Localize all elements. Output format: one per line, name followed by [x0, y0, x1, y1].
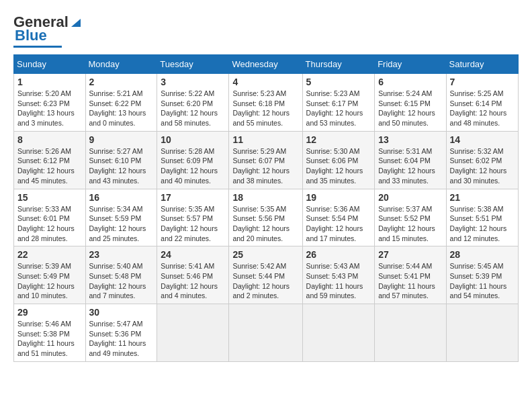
- daylight-text: Daylight: 12 hours and 53 minutes.: [306, 109, 363, 127]
- calendar-cell: 26 Sunrise: 5:43 AM Sunset: 5:43 PM Dayl…: [302, 246, 375, 304]
- sunrise-text: Sunrise: 5:41 AM: [161, 262, 214, 270]
- day-info: Sunrise: 5:35 AM Sunset: 5:57 PM Dayligh…: [161, 204, 225, 244]
- sunrise-text: Sunrise: 5:44 AM: [378, 262, 432, 270]
- sunset-text: Sunset: 5:39 PM: [450, 272, 502, 280]
- calendar-cell: 1 Sunrise: 5:20 AM Sunset: 6:23 PM Dayli…: [14, 74, 86, 132]
- day-info: Sunrise: 5:24 AM Sunset: 6:15 PM Dayligh…: [378, 89, 442, 128]
- daylight-text: Daylight: 12 hours and 17 minutes.: [306, 224, 363, 242]
- daylight-text: Daylight: 12 hours and 45 minutes.: [17, 167, 75, 185]
- day-info: Sunrise: 5:37 AM Sunset: 5:52 PM Dayligh…: [378, 204, 442, 244]
- daylight-text: Daylight: 12 hours and 43 minutes.: [89, 167, 146, 185]
- day-number: 19: [306, 192, 371, 203]
- calendar-cell: 20 Sunrise: 5:37 AM Sunset: 5:52 PM Dayl…: [375, 189, 446, 246]
- sunrise-text: Sunrise: 5:29 AM: [232, 147, 286, 155]
- sunset-text: Sunset: 5:44 PM: [232, 272, 285, 280]
- daylight-text: Daylight: 12 hours and 4 minutes.: [161, 282, 218, 300]
- sunset-text: Sunset: 6:10 PM: [89, 156, 142, 165]
- daylight-text: Daylight: 11 hours and 57 minutes.: [378, 282, 435, 300]
- logo-arrow-icon: [69, 15, 83, 30]
- day-info: Sunrise: 5:25 AM Sunset: 6:14 PM Dayligh…: [450, 89, 515, 128]
- day-number: 16: [89, 192, 154, 203]
- day-number: 10: [161, 134, 225, 145]
- calendar-cell: 7 Sunrise: 5:25 AM Sunset: 6:14 PM Dayli…: [446, 74, 518, 132]
- calendar-cell: 19 Sunrise: 5:36 AM Sunset: 5:54 PM Dayl…: [302, 189, 375, 246]
- day-number: 22: [17, 249, 82, 260]
- day-number: 12: [306, 134, 371, 145]
- calendar-cell: 22 Sunrise: 5:39 AM Sunset: 5:49 PM Dayl…: [14, 246, 86, 304]
- daylight-text: Daylight: 12 hours and 55 minutes.: [232, 109, 290, 127]
- calendar-cell: 9 Sunrise: 5:27 AM Sunset: 6:10 PM Dayli…: [85, 131, 157, 189]
- day-number: 11: [232, 134, 298, 145]
- sunset-text: Sunset: 6:12 PM: [17, 156, 70, 165]
- daylight-text: Daylight: 13 hours and 0 minutes.: [89, 109, 146, 127]
- sunset-text: Sunset: 5:46 PM: [161, 272, 213, 280]
- sunrise-text: Sunrise: 5:42 AM: [232, 262, 286, 270]
- sunrise-text: Sunrise: 5:34 AM: [89, 205, 143, 213]
- day-number: 5: [306, 77, 371, 87]
- sunset-text: Sunset: 6:22 PM: [89, 99, 142, 107]
- sunset-text: Sunset: 6:17 PM: [306, 99, 359, 107]
- day-info: Sunrise: 5:28 AM Sunset: 6:09 PM Dayligh…: [161, 146, 225, 186]
- calendar-cell: 8 Sunrise: 5:26 AM Sunset: 6:12 PM Dayli…: [14, 131, 86, 189]
- sunrise-text: Sunrise: 5:35 AM: [232, 205, 286, 213]
- sunrise-text: Sunrise: 5:46 AM: [17, 320, 71, 328]
- column-header-wednesday: Wednesday: [229, 55, 302, 74]
- calendar-cell: [302, 304, 375, 362]
- daylight-text: Daylight: 11 hours and 51 minutes.: [17, 339, 75, 357]
- calendar-cell: 15 Sunrise: 5:33 AM Sunset: 6:01 PM Dayl…: [14, 189, 86, 246]
- sunset-text: Sunset: 6:15 PM: [378, 99, 431, 107]
- sunrise-text: Sunrise: 5:40 AM: [89, 262, 143, 270]
- day-info: Sunrise: 5:40 AM Sunset: 5:48 PM Dayligh…: [89, 261, 154, 301]
- daylight-text: Daylight: 12 hours and 28 minutes.: [17, 224, 75, 242]
- daylight-text: Daylight: 12 hours and 22 minutes.: [161, 224, 218, 242]
- sunset-text: Sunset: 5:51 PM: [450, 214, 502, 222]
- day-info: Sunrise: 5:44 AM Sunset: 5:41 PM Dayligh…: [378, 261, 442, 301]
- day-info: Sunrise: 5:23 AM Sunset: 6:17 PM Dayligh…: [306, 89, 371, 128]
- sunrise-text: Sunrise: 5:22 AM: [161, 89, 214, 97]
- sunset-text: Sunset: 6:02 PM: [450, 156, 502, 165]
- calendar-cell: 12 Sunrise: 5:30 AM Sunset: 6:06 PM Dayl…: [302, 131, 375, 189]
- daylight-text: Daylight: 12 hours and 58 minutes.: [161, 109, 218, 127]
- calendar-cell: 11 Sunrise: 5:29 AM Sunset: 6:07 PM Dayl…: [229, 131, 302, 189]
- calendar-cell: 3 Sunrise: 5:22 AM Sunset: 6:20 PM Dayli…: [157, 74, 229, 132]
- daylight-text: Daylight: 11 hours and 49 minutes.: [89, 339, 146, 357]
- sunrise-text: Sunrise: 5:21 AM: [89, 89, 143, 97]
- daylight-text: Daylight: 12 hours and 10 minutes.: [17, 282, 75, 300]
- calendar-cell: 23 Sunrise: 5:40 AM Sunset: 5:48 PM Dayl…: [85, 246, 157, 304]
- sunset-text: Sunset: 6:14 PM: [450, 99, 502, 107]
- calendar-cell: 5 Sunrise: 5:23 AM Sunset: 6:17 PM Dayli…: [302, 74, 375, 132]
- sunrise-text: Sunrise: 5:36 AM: [306, 205, 360, 213]
- daylight-text: Daylight: 13 hours and 3 minutes.: [17, 109, 75, 127]
- sunset-text: Sunset: 5:48 PM: [89, 272, 142, 280]
- day-info: Sunrise: 5:45 AM Sunset: 5:39 PM Dayligh…: [450, 261, 515, 301]
- day-number: 29: [17, 307, 82, 318]
- day-number: 9: [89, 134, 154, 145]
- sunset-text: Sunset: 6:06 PM: [306, 156, 359, 165]
- daylight-text: Daylight: 12 hours and 30 minutes.: [450, 167, 507, 185]
- day-info: Sunrise: 5:23 AM Sunset: 6:18 PM Dayligh…: [232, 89, 298, 128]
- column-header-friday: Friday: [375, 55, 446, 74]
- sunrise-text: Sunrise: 5:28 AM: [161, 147, 214, 155]
- sunset-text: Sunset: 5:52 PM: [378, 214, 431, 222]
- sunset-text: Sunset: 6:18 PM: [232, 99, 285, 107]
- day-number: 20: [378, 192, 442, 203]
- logo: General Blue: [13, 13, 83, 48]
- day-info: Sunrise: 5:31 AM Sunset: 6:04 PM Dayligh…: [378, 146, 442, 186]
- sunset-text: Sunset: 5:43 PM: [306, 272, 359, 280]
- sunrise-text: Sunrise: 5:31 AM: [378, 147, 432, 155]
- day-info: Sunrise: 5:41 AM Sunset: 5:46 PM Dayligh…: [161, 261, 225, 301]
- sunset-text: Sunset: 6:07 PM: [232, 156, 285, 165]
- day-info: Sunrise: 5:43 AM Sunset: 5:43 PM Dayligh…: [306, 261, 371, 301]
- calendar-cell: [446, 304, 518, 362]
- daylight-text: Daylight: 12 hours and 50 minutes.: [378, 109, 435, 127]
- logo-underline: [13, 46, 62, 48]
- day-info: Sunrise: 5:35 AM Sunset: 5:56 PM Dayligh…: [232, 204, 298, 244]
- sunset-text: Sunset: 5:38 PM: [17, 330, 70, 338]
- day-number: 27: [378, 249, 442, 260]
- calendar-cell: 21 Sunrise: 5:38 AM Sunset: 5:51 PM Dayl…: [446, 189, 518, 246]
- calendar-cell: 24 Sunrise: 5:41 AM Sunset: 5:46 PM Dayl…: [157, 246, 229, 304]
- day-info: Sunrise: 5:46 AM Sunset: 5:38 PM Dayligh…: [17, 319, 82, 359]
- sunset-text: Sunset: 6:01 PM: [17, 214, 70, 222]
- calendar-cell: 17 Sunrise: 5:35 AM Sunset: 5:57 PM Dayl…: [157, 189, 229, 246]
- day-number: 30: [89, 307, 154, 318]
